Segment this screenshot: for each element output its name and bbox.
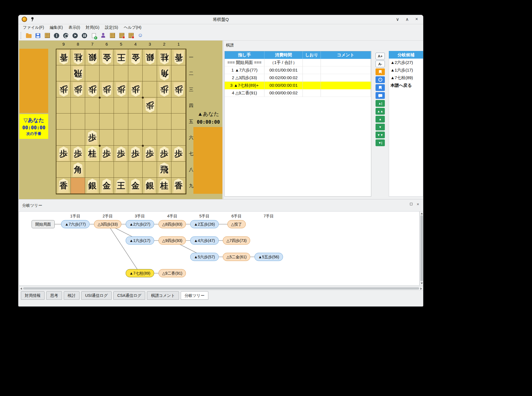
board-square[interactable] (143, 114, 157, 130)
bookmark-add-button[interactable] (376, 68, 385, 75)
play-button[interactable] (71, 32, 79, 39)
board-square[interactable] (100, 162, 114, 178)
nav-back10-button[interactable]: ▲▲ (376, 108, 385, 115)
tree-node[interactable]: △5二金(61) (223, 253, 250, 261)
save-button[interactable] (34, 32, 42, 39)
tree-node[interactable]: ▲5六歩(57) (190, 253, 219, 261)
tree-node[interactable]: △9二香(91) (158, 269, 186, 277)
scroll-left-icon[interactable] (20, 288, 22, 290)
board-square[interactable] (143, 162, 157, 178)
scroll-right-icon[interactable] (420, 288, 422, 290)
kifu-row[interactable]: 4 △9二香(91)00:00/00:00:02 (225, 89, 371, 97)
record-button[interactable] (62, 32, 70, 39)
board-square[interactable] (114, 97, 128, 114)
time-display-button[interactable] (376, 76, 385, 83)
board-square[interactable] (157, 130, 171, 146)
vertical-scrollbar[interactable] (420, 211, 423, 286)
tree-node[interactable]: ▲4六歩(47) (190, 237, 219, 245)
tree-node[interactable]: △3四歩(33) (94, 220, 121, 228)
branch-candidate[interactable]: ▲7七桂(89) (389, 74, 423, 81)
tree-node[interactable]: ▲7六歩(77) (61, 220, 90, 228)
board-square[interactable] (85, 65, 100, 81)
tab-item[interactable]: USI通信ログ (81, 291, 112, 300)
board-square[interactable] (71, 130, 85, 146)
font-decrease-button[interactable]: A- (376, 61, 385, 67)
board-square[interactable] (71, 178, 85, 194)
menu-item[interactable]: 対局(G) (83, 24, 102, 31)
board-square[interactable] (128, 97, 143, 114)
board-square[interactable] (128, 114, 143, 130)
tree-node[interactable]: △投了 (228, 220, 246, 228)
nav-forward10-button[interactable]: ▼▼ (376, 132, 385, 138)
tab-item[interactable]: 対局情報 (21, 291, 45, 300)
board-square[interactable] (85, 114, 100, 130)
board-square[interactable] (85, 97, 100, 114)
board-square[interactable] (71, 97, 85, 114)
gote-captured-stand[interactable] (19, 49, 48, 113)
board-square[interactable] (157, 114, 171, 130)
board-square[interactable] (171, 97, 186, 114)
board-square[interactable] (128, 162, 143, 178)
vertical-scroll-thumb[interactable] (420, 215, 423, 281)
board-square[interactable] (56, 65, 71, 81)
board-square[interactable] (114, 162, 128, 178)
titlebar[interactable]: 将棋盤Q ∨ ∧ × (18, 15, 423, 24)
float-panel-icon[interactable] (409, 202, 414, 206)
menu-item[interactable]: 設定(S) (102, 24, 121, 31)
board-edit-button[interactable] (43, 32, 51, 39)
board-square[interactable] (171, 65, 186, 81)
nav-forward-button[interactable]: ▼ (376, 124, 385, 130)
menu-item[interactable]: 表示(I) (66, 24, 83, 31)
board-square[interactable] (171, 130, 186, 146)
board-square[interactable] (56, 97, 71, 114)
tab-item[interactable]: CSA通信ログ (113, 291, 145, 300)
menu-item[interactable]: 編集(E) (47, 24, 66, 31)
board-square[interactable] (128, 65, 143, 81)
board-square[interactable] (100, 97, 114, 114)
close-icon[interactable]: × (414, 17, 419, 22)
kifu-row[interactable]: 1 ▲7六歩(77)00:01/00:00:01 (225, 66, 371, 74)
tree-node[interactable]: △7四歩(73) (223, 237, 250, 245)
board-square[interactable] (100, 65, 114, 81)
player-setting-button[interactable] (99, 32, 107, 39)
scroll-down-icon[interactable] (421, 282, 423, 284)
board-square[interactable] (100, 114, 114, 130)
tab-item[interactable]: 分岐ツリー (181, 291, 209, 300)
board-square[interactable] (114, 114, 128, 130)
tree-node[interactable]: △9四歩(93) (158, 237, 186, 245)
open-file-button[interactable] (25, 32, 32, 39)
tab-item[interactable]: 棋譜コメント (147, 291, 179, 300)
kifu-row[interactable]: 3 ▲7七桂(89)+00:00/00:00:01 (225, 82, 371, 89)
menu-item[interactable]: ヘルプ(H) (121, 24, 144, 31)
board-square[interactable] (128, 130, 143, 146)
scroll-up-icon[interactable] (421, 213, 423, 214)
stop-button[interactable] (53, 32, 60, 39)
board-square[interactable] (143, 81, 157, 97)
board-flip-button[interactable] (118, 32, 125, 39)
sente-captured-stand[interactable] (193, 127, 222, 194)
tab-item[interactable]: 思考 (46, 291, 62, 300)
font-increase-button[interactable]: A+ (376, 53, 385, 59)
horizontal-scroll-thumb[interactable] (23, 287, 419, 290)
branch-candidate[interactable]: 本譜へ戻る (389, 81, 423, 89)
nav-first-button[interactable]: ▲| (376, 100, 385, 107)
toolbar-handle[interactable] (21, 32, 22, 39)
tree-node[interactable]: 開始局面 (32, 220, 55, 228)
tree-node[interactable]: ▲1六歩(17) (126, 237, 154, 245)
board-square[interactable] (143, 65, 157, 81)
pause-button[interactable] (81, 32, 88, 39)
board-square[interactable] (56, 114, 71, 130)
tree-node[interactable]: ▲5五歩(56) (255, 253, 283, 261)
maximize-icon[interactable]: ∧ (405, 17, 410, 22)
board-square[interactable] (114, 130, 128, 146)
branch-candidate[interactable]: ▲2六歩(27) (389, 59, 423, 66)
minimize-icon[interactable]: ∨ (395, 17, 400, 22)
tree-node[interactable]: ▲2五歩(26) (190, 220, 219, 228)
branch-candidate[interactable]: ▲1六歩(17) (389, 66, 423, 74)
tree-node[interactable]: △8四歩(83) (158, 220, 186, 228)
board-square[interactable] (171, 114, 186, 130)
board-square[interactable] (157, 97, 171, 114)
kifu-row[interactable]: 2 △3四歩(33)00:02/00:00:02 (225, 74, 371, 82)
board-square[interactable] (71, 114, 85, 130)
comment-button[interactable] (376, 92, 385, 99)
